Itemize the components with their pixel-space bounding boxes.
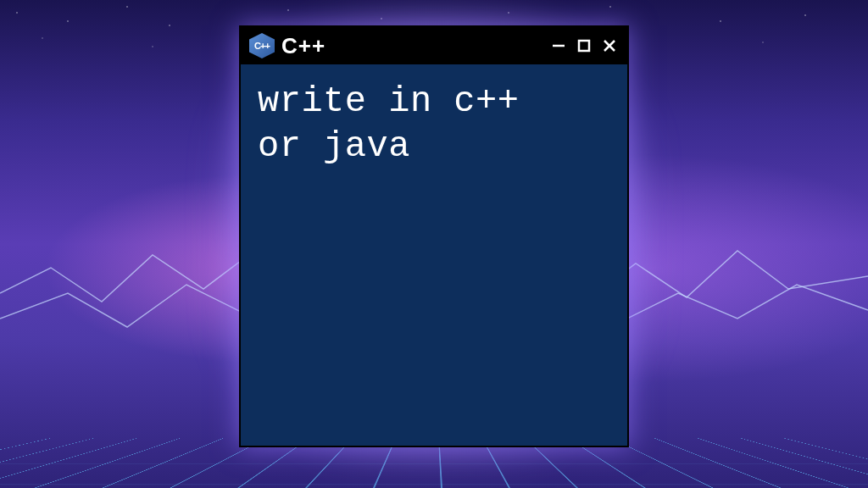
window-controls — [549, 36, 619, 55]
window-title: C++ — [281, 33, 542, 59]
terminal-content[interactable]: write in c++ or java — [241, 64, 627, 184]
close-icon — [602, 38, 617, 53]
cpp-logo-icon: C++ — [249, 33, 275, 58]
minimize-icon — [551, 38, 566, 53]
maximize-icon — [576, 38, 592, 53]
close-button[interactable] — [600, 36, 619, 55]
terminal-window: C++ C++ write in c++ or java — [239, 25, 629, 447]
titlebar[interactable]: C++ C++ — [241, 27, 627, 64]
maximize-button[interactable] — [575, 36, 593, 55]
minimize-button[interactable] — [549, 36, 568, 55]
svg-rect-1 — [579, 41, 589, 51]
